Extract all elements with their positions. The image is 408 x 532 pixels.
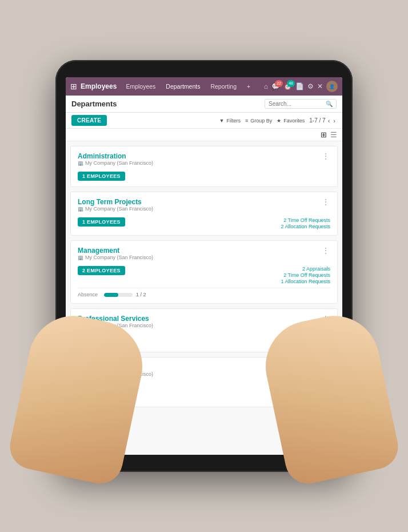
page-header: Departments 🔍 — [66, 96, 342, 113]
nav-add[interactable]: + — [245, 82, 253, 91]
absence-progress-row: Absence 1 / 2 — [78, 288, 330, 297]
dept-card-management: Management 🏢 My Company (San Francisco) … — [70, 240, 338, 304]
dept-card-left: 2 EMPLOYEES — [78, 266, 125, 275]
pagination-next[interactable]: › — [332, 117, 337, 124]
nav-employees[interactable]: Employees — [123, 82, 158, 91]
create-button[interactable]: CREATE — [71, 115, 107, 126]
employees-button[interactable]: 1 EMPLOYEES — [78, 217, 125, 227]
pagination: 1-7 / 7 ‹ › — [309, 117, 337, 124]
docs-icon[interactable]: 📄 — [295, 82, 304, 90]
top-nav-bar: ⊞ Employees Employees Departments Report… — [66, 77, 342, 96]
dept-card-body: 2 EMPLOYEES 2 Appraisals 2 Time Off Requ… — [78, 266, 330, 284]
dept-header-left: Administration 🏢 My Company (San Francis… — [78, 152, 153, 169]
employees-button[interactable]: 1 EMPLOYEES — [78, 172, 125, 181]
progress-text: 1 / 2 — [136, 292, 146, 297]
stat-item[interactable]: 2 Appraisals — [302, 266, 330, 272]
page-title: Departments — [71, 100, 265, 108]
chat-icon[interactable]: 💬 22 — [271, 82, 280, 90]
employees-button[interactable]: 2 EMPLOYEES — [78, 266, 125, 275]
nav-actions: ⌂ 💬 22 ⏰ 48 📄 ⚙ ✕ 👤 — [264, 81, 338, 92]
dept-card-header: Administration 🏢 My Company (San Francis… — [78, 152, 330, 169]
dept-name[interactable]: Administration — [78, 152, 153, 160]
home-icon[interactable]: ⌂ — [264, 82, 268, 90]
progress-bar-fill — [104, 293, 118, 297]
progress-bar — [104, 293, 133, 297]
dept-name[interactable]: Management — [78, 247, 153, 255]
chat-badge: 22 — [275, 80, 283, 87]
search-box[interactable]: 🔍 — [265, 99, 337, 109]
nav-reporting[interactable]: Reporting — [208, 82, 239, 91]
dept-menu-button[interactable]: ⋮ — [322, 247, 330, 255]
toolbar: CREATE ▼ Filters ≡ Group By ★ Favorites … — [66, 113, 342, 129]
nav-menu: Employees Departments Reporting + — [123, 82, 263, 91]
dept-stats: 2 Appraisals 2 Time Off Requests 1 Alloc… — [281, 266, 330, 284]
tablet-frame: ⊞ Employees Employees Departments Report… — [55, 60, 353, 472]
stat-item[interactable]: 2 Time Off Requests — [283, 217, 330, 223]
dept-stats: 2 Time Off Requests 2 Allocation Request… — [281, 217, 330, 229]
dept-card-administration: Administration 🏢 My Company (San Francis… — [70, 146, 338, 187]
dept-company: 🏢 My Company (San Francisco) — [78, 160, 153, 166]
settings-icon[interactable]: ⚙ — [307, 82, 314, 90]
activity-badge: 48 — [287, 80, 295, 87]
search-icon[interactable]: 🔍 — [326, 101, 333, 107]
dept-card-left: 1 EMPLOYEES — [78, 172, 125, 181]
filters-button[interactable]: ▼ Filters — [219, 118, 241, 124]
progress-label: Absence — [78, 292, 101, 297]
dept-company: 🏢 My Company (San Francisco) — [78, 255, 153, 260]
dept-menu-button[interactable]: ⋮ — [322, 152, 330, 160]
building-icon: 🏢 — [78, 255, 83, 260]
dept-card-header: Management 🏢 My Company (San Francisco) … — [78, 247, 330, 264]
dept-header-left: Management 🏢 My Company (San Francisco) — [78, 247, 153, 264]
stat-item[interactable]: 2 Allocation Requests — [281, 224, 330, 229]
stat-item[interactable]: 2 Time Off Requests — [283, 272, 330, 278]
activity-icon[interactable]: ⏰ 48 — [283, 82, 292, 90]
stat-item[interactable]: 1 Allocation Requests — [281, 279, 330, 284]
dept-name[interactable]: Long Term Projects — [78, 198, 153, 206]
pagination-prev[interactable]: ‹ — [327, 117, 331, 124]
group-by-button[interactable]: ≡ Group By — [245, 118, 272, 124]
dept-header-left: Long Term Projects 🏢 My Company (San Fra… — [78, 198, 153, 215]
dept-card-long-term-projects: Long Term Projects 🏢 My Company (San Fra… — [70, 192, 338, 236]
grid-icon[interactable]: ⊞ — [70, 82, 77, 91]
dept-card-left: 1 EMPLOYEES — [78, 217, 125, 227]
building-icon: 🏢 — [78, 207, 83, 212]
dept-card-header: Long Term Projects 🏢 My Company (San Fra… — [78, 198, 330, 215]
building-icon: 🏢 — [78, 161, 83, 166]
list-view-icon[interactable]: ☰ — [330, 130, 338, 140]
dept-company: 🏢 My Company (San Francisco) — [78, 206, 153, 212]
app-name: Employees — [81, 82, 117, 90]
view-toggle: ⊞ ☰ — [66, 129, 342, 141]
kanban-view-icon[interactable]: ⊞ — [320, 130, 327, 140]
dept-menu-button[interactable]: ⋮ — [322, 198, 330, 206]
dept-card-body: 1 EMPLOYEES — [78, 172, 330, 181]
user-avatar[interactable]: 👤 — [326, 81, 338, 92]
search-input[interactable] — [269, 101, 326, 107]
dept-card-body: 1 EMPLOYEES 2 Time Off Requests 2 Alloca… — [78, 217, 330, 229]
nav-departments[interactable]: Departments — [163, 82, 202, 91]
close-icon[interactable]: ✕ — [317, 82, 323, 90]
favorites-button[interactable]: ★ Favorites — [277, 118, 305, 124]
